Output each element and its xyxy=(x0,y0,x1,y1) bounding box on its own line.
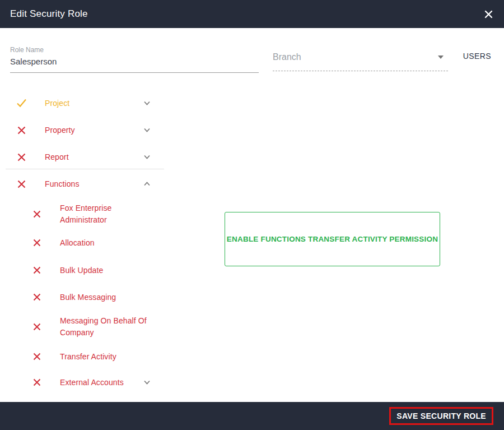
tree-row-bulk-messaging[interactable]: Bulk Messaging xyxy=(0,284,164,311)
chevron-down-icon[interactable] xyxy=(143,99,151,107)
chevron-down-icon[interactable] xyxy=(143,126,151,134)
close-button[interactable] xyxy=(483,8,494,21)
role-name-field[interactable]: Role Name xyxy=(10,46,259,73)
tree-row-bulk-update[interactable]: Bulk Update xyxy=(0,257,164,284)
x-icon xyxy=(16,152,27,162)
x-icon xyxy=(31,266,43,275)
x-icon xyxy=(31,378,43,387)
tree-row-property[interactable]: Property xyxy=(0,117,164,144)
x-icon xyxy=(31,322,43,331)
tree-row-transfer-activity[interactable]: Transfer Activity xyxy=(0,343,164,370)
permission-label: Allocation xyxy=(60,237,95,249)
permission-label: Bulk Messaging xyxy=(60,292,116,303)
tree-row-external-accounts[interactable]: External Accounts xyxy=(0,369,164,396)
permission-label: External Accounts xyxy=(60,377,124,389)
enable-functions-transfer-activity-permission-button[interactable]: ENABLE FUNCTIONS TRANSFER ACTIVITY PERMI… xyxy=(225,212,440,266)
check-icon xyxy=(16,99,27,108)
x-icon xyxy=(31,293,43,302)
permission-label: Property xyxy=(45,124,75,136)
branch-select[interactable]: Branch xyxy=(273,46,448,71)
permission-label: Messaging On Behalf Of Company xyxy=(60,315,152,339)
chevron-down-icon[interactable] xyxy=(143,378,151,386)
role-name-input[interactable] xyxy=(10,56,259,67)
tree-row-report[interactable]: Report xyxy=(0,144,164,170)
tree-divider xyxy=(6,169,164,169)
edit-security-role-dialog: Edit Security Role Role Name Branch USER… xyxy=(0,0,504,430)
chevron-down-icon[interactable] xyxy=(143,153,151,161)
dialog-header: Edit Security Role xyxy=(0,0,504,28)
role-name-label: Role Name xyxy=(10,46,259,54)
dropdown-arrow-icon xyxy=(438,56,444,59)
close-icon xyxy=(484,10,493,19)
permission-label: Report xyxy=(45,151,69,163)
save-button-label: SAVE SECURITY ROLE xyxy=(396,411,486,420)
permission-label: Transfer Activity xyxy=(60,351,116,363)
x-icon xyxy=(16,126,27,135)
chevron-up-icon[interactable] xyxy=(143,180,151,188)
dialog-footer: SAVE SECURITY ROLE xyxy=(0,402,504,430)
save-security-role-button[interactable]: SAVE SECURITY ROLE xyxy=(389,407,493,425)
tree-row-project[interactable]: Project xyxy=(0,90,164,117)
tree-row-fox-enterprise-administrator[interactable]: Fox Enterprise Administrator xyxy=(0,201,164,228)
enable-permission-label: ENABLE FUNCTIONS TRANSFER ACTIVITY PERMI… xyxy=(227,235,438,243)
permission-label: Fox Enterprise Administrator xyxy=(60,202,152,226)
x-icon xyxy=(31,210,43,219)
tree-row-functions[interactable]: Functions xyxy=(0,170,164,197)
tree-row-allocation[interactable]: Allocation xyxy=(0,229,164,256)
tree-row-messaging-on-behalf-of-company[interactable]: Messaging On Behalf Of Company xyxy=(0,313,164,340)
permission-label: Functions xyxy=(45,178,80,190)
x-icon xyxy=(16,179,27,189)
users-button[interactable]: USERS xyxy=(463,52,491,61)
permission-label: Bulk Update xyxy=(60,265,103,276)
x-icon xyxy=(31,352,43,361)
permission-label: Project xyxy=(45,98,69,109)
branch-placeholder: Branch xyxy=(273,52,301,63)
x-icon xyxy=(31,238,43,247)
dialog-title: Edit Security Role xyxy=(10,8,88,20)
